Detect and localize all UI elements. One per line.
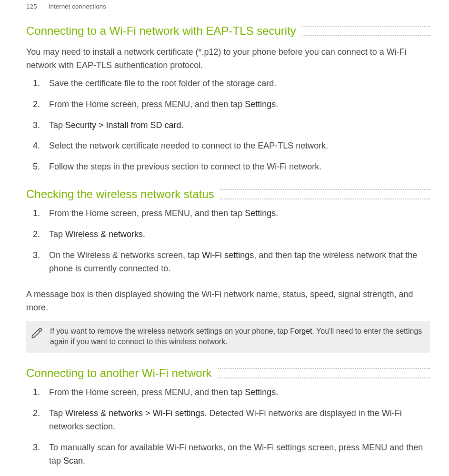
note-callout: If you want to remove the wireless netwo… (26, 321, 430, 353)
step-text: . (143, 229, 145, 239)
section-heading-status: Checking the wireless network status (26, 186, 219, 202)
step-item: Follow the steps in the previous section… (49, 160, 430, 174)
step-text: From the Home screen, press MENU, and th… (49, 99, 245, 109)
step-item: Save the certificate file to the root fo… (49, 77, 430, 90)
step-text: From the Home screen, press MENU, and th… (49, 208, 245, 218)
step-text: Tap (49, 120, 65, 130)
ui-label: Forget (290, 327, 312, 335)
page-header: 125 Internet connections (26, 0, 430, 21)
step-text: . (83, 456, 85, 466)
page-number: 125 (26, 2, 37, 11)
ui-label: Settings (245, 99, 276, 109)
heading-wrap: Checking the wireless network status (26, 186, 430, 202)
pencil-icon (30, 326, 44, 340)
ui-label: Wi-Fi settings (202, 250, 254, 260)
heading-wrap: Connecting to another Wi-Fi network (26, 365, 430, 381)
note-part: If you want to remove the wireless netwo… (50, 327, 290, 335)
step-item: Select the network certificate needed to… (49, 139, 430, 153)
step-text: From the Home screen, press MENU, and th… (49, 387, 245, 397)
heading-wrap: Connecting to a Wi-Fi network with EAP-T… (26, 23, 430, 39)
note-text: If you want to remove the wireless netwo… (50, 326, 422, 347)
step-text: . (276, 99, 278, 109)
step-text: . (276, 208, 278, 218)
step-text: Tap (49, 229, 65, 239)
step-item: Tap Security > Install from SD card. (49, 119, 430, 132)
step-item: Tap Wireless & networks > Wi-Fi settings… (49, 407, 430, 434)
intro-paragraph: You may need to install a network certif… (26, 46, 430, 72)
step-text: . (181, 120, 184, 130)
step-item: Tap Wireless & networks. (49, 228, 430, 241)
step-item: To manually scan for available Wi-Fi net… (49, 441, 430, 468)
step-text: To manually scan for available Wi-Fi net… (49, 443, 423, 466)
step-text: Tap (49, 408, 65, 418)
ui-label: Wireless & networks > Wi-Fi settings (65, 408, 205, 418)
ui-label: Settings (245, 208, 276, 218)
ui-label: Scan (63, 456, 83, 466)
step-item: On the Wireless & networks screen, tap W… (49, 249, 430, 276)
steps-list: Save the certificate file to the root fo… (49, 77, 430, 174)
ui-label: Wireless & networks (65, 229, 143, 239)
chapter-title: Internet connections (49, 2, 106, 11)
step-item: From the Home screen, press MENU, and th… (49, 98, 430, 111)
result-paragraph: A message box is then displayed showing … (26, 288, 430, 315)
steps-list: From the Home screen, press MENU, and th… (49, 386, 430, 476)
step-text: On the Wireless & networks screen, tap (49, 250, 202, 260)
step-item: From the Home screen, press MENU, and th… (49, 386, 430, 399)
steps-list: From the Home screen, press MENU, and th… (49, 207, 430, 276)
section-heading-eap-tls: Connecting to a Wi-Fi network with EAP-T… (26, 23, 301, 39)
section-heading-connect-another: Connecting to another Wi-Fi network (26, 365, 217, 381)
ui-label: Settings. (245, 387, 278, 397)
ui-label: Security > Install from SD card (65, 120, 181, 130)
step-item: From the Home screen, press MENU, and th… (49, 207, 430, 220)
